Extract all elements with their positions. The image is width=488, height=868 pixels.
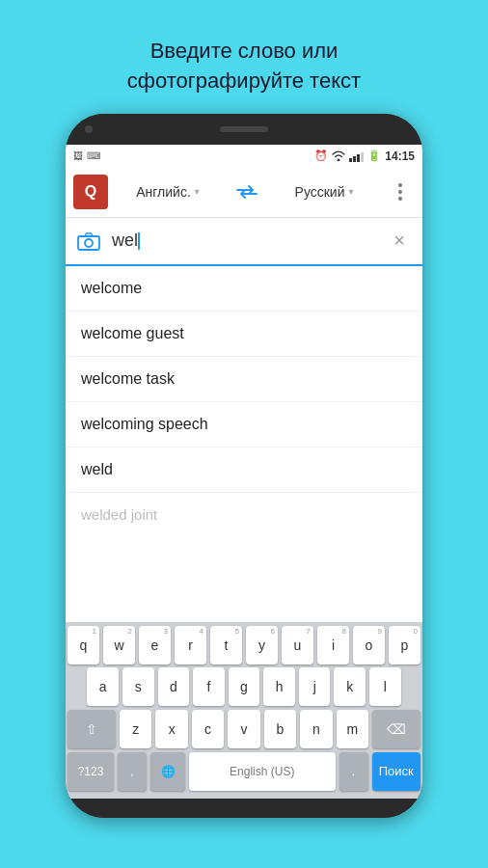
key-w[interactable]: 2w [103,626,135,665]
key-x[interactable]: x [155,710,187,748]
key-o[interactable]: 9o [353,626,385,665]
search-key[interactable]: Поиск [372,752,421,791]
key-v[interactable]: v [228,710,259,748]
svg-point-1 [85,239,93,247]
search-bar[interactable]: wel × [66,218,422,266]
lang-to-triangle: ▼ [347,187,356,197]
key-f[interactable]: f [193,667,225,706]
phone-frame: 🖼 ⌨ ⏰ 🔋 14:15 [66,114,422,818]
suggestion-item-5[interactable]: welded joint [66,493,422,536]
suggestion-item-1[interactable]: welcome guest [66,312,422,357]
key-i[interactable]: 8i [317,626,349,665]
lang-from-triangle: ▼ [193,187,202,197]
phone-screen: 🖼 ⌨ ⏰ 🔋 14:15 [66,145,422,799]
status-right-icons: ⏰ 🔋 14:15 [314,149,415,163]
globe-key[interactable]: 🌐 [150,752,185,791]
keyboard: 1q 2w 3e 4r 5t 6y [66,622,422,799]
space-key[interactable]: English (US) [189,752,336,791]
lang-from-label: Английс. [136,184,191,200]
key-c[interactable]: c [192,710,224,748]
status-bar: 🖼 ⌨ ⏰ 🔋 14:15 [66,145,422,168]
suggestion-item-4[interactable]: weld [66,448,422,493]
top-instruction: Введите слово илисфотографируйте текст [108,37,380,96]
lang-to-container[interactable]: Русский ▼ [264,184,386,200]
image-icon: 🖼 [73,150,83,161]
search-input-text[interactable]: wel [112,231,386,251]
suggestion-item-3[interactable]: welcoming speech [66,402,422,448]
more-options-button[interactable] [386,183,415,201]
logo-letter: Q [85,183,96,201]
period-key[interactable]: . [339,752,368,791]
key-p[interactable]: 0p [389,626,420,665]
signal-icon [349,150,364,162]
key-q[interactable]: 1q [68,626,99,665]
comma-key[interactable]: , [118,752,147,791]
key-z[interactable]: z [120,710,151,748]
wifi-icon [332,149,345,163]
key-l[interactable]: l [369,667,401,706]
keyboard-icon: ⌨ [87,150,100,161]
key-g[interactable]: g [229,667,260,706]
phone-bottom-bar [66,799,422,818]
key-n[interactable]: n [300,710,332,748]
number-row: 1q 2w 3e 4r 5t 6y [68,626,420,665]
shift-key[interactable]: ⇧ [68,710,116,748]
suggestions-list: welcome welcome guest welcome task welco… [66,266,422,622]
suggestion-item-0[interactable]: welcome [66,266,422,312]
cursor-blink [138,232,140,250]
camera-icon[interactable] [75,228,102,255]
key-h[interactable]: h [263,667,295,706]
key-d[interactable]: d [158,667,190,706]
page-background: Введите слово илисфотографируйте текст 🖼… [0,0,488,868]
key-t[interactable]: 5t [210,626,242,665]
numbers-key[interactable]: ?123 [68,752,114,791]
lang-from-container[interactable]: Английс. ▼ [108,184,230,200]
suggestion-item-2[interactable]: welcome task [66,357,422,402]
search-value: wel [112,231,138,250]
key-j[interactable]: j [299,667,331,706]
key-m[interactable]: m [337,710,368,748]
key-row-bottom: ?123 , 🌐 English (US) . Поиск [68,752,420,791]
key-k[interactable]: k [334,667,366,706]
key-r[interactable]: 4r [175,626,206,665]
phone-camera-dot [85,125,93,133]
backspace-key[interactable]: ⌫ [372,710,420,748]
key-a[interactable]: a [87,667,119,706]
key-y[interactable]: 6y [246,626,278,665]
phone-speaker [220,126,268,132]
key-u[interactable]: 7u [282,626,313,665]
key-e[interactable]: 3e [139,626,171,665]
alarm-icon: ⏰ [314,149,328,162]
key-s[interactable]: s [122,667,154,706]
status-left-icons: 🖼 ⌨ [73,150,100,161]
app-header: Q Английс. ▼ Русский ▼ [66,168,422,218]
key-row-2: a s d f g h j k l [68,667,420,706]
phone-top-notch [66,114,422,145]
lang-to-label: Русский [295,184,345,200]
app-logo: Q [73,175,108,209]
lang-switch-arrow[interactable] [230,184,264,200]
key-b[interactable]: b [264,710,296,748]
battery-icon: 🔋 [367,149,381,162]
clear-search-button[interactable]: × [386,228,413,255]
time-display: 14:15 [385,149,415,163]
key-row-3: ⇧ z x c v b n m ⌫ [68,710,420,748]
phone-camera-dot2 [395,125,403,133]
